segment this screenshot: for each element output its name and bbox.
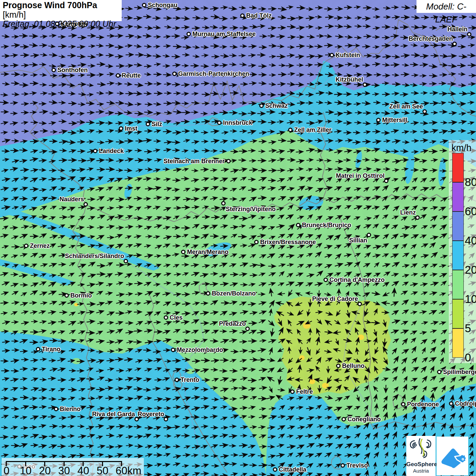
valid-time: Freitag, 01.08.2025 09:00 Uhr <box>3 19 119 29</box>
wind-forecast-map: SchongauBad TölzKemptenMurnau am Staffel… <box>0 0 476 476</box>
map-canvas <box>0 0 476 476</box>
legend-value-label: 5 <box>465 322 476 335</box>
geosphere-austria-logo: GeoSphere Austria <box>406 436 436 476</box>
scale-bar-label: 60km <box>116 465 141 476</box>
scale-bar-label: 20 <box>39 465 51 476</box>
legend-color-box <box>452 241 464 270</box>
legend-color-box <box>452 182 464 211</box>
mountain-cloud-icon <box>439 442 466 470</box>
legend-value-label: 80 <box>465 176 476 189</box>
legend-title: km/h <box>452 143 472 153</box>
scale-bar-label: 50 <box>97 465 108 476</box>
geosphere-contour-icon <box>406 436 436 460</box>
scale-bar-label: 0 <box>3 465 9 476</box>
title-box: Prognose Wind 700hPa [km/h] Freitag, 01.… <box>0 0 122 21</box>
legend-color-box <box>452 328 464 358</box>
scale-bar-label: 10 <box>20 465 31 476</box>
legend-value-label: 20 <box>465 264 476 276</box>
mountain-cloud-logo <box>437 437 468 475</box>
model-label: Modell: C-LAEF <box>417 0 476 13</box>
scale-bar-label: 40 <box>78 465 89 476</box>
legend-color-box <box>452 299 464 328</box>
geosphere-logo-subtext: Austria <box>406 468 436 474</box>
legend-value-label: 40 <box>465 234 476 247</box>
geosphere-logo-text: GeoSphere <box>406 461 436 468</box>
wind-speed-legend: km/h 806040201050 <box>449 140 476 363</box>
legend-color-box <box>452 211 464 241</box>
scale-bar-label: 30 <box>58 465 70 476</box>
legend-value-label: 10 <box>465 293 476 306</box>
legend-value-label: 0 <box>465 351 476 364</box>
page-title: Prognose Wind 700hPa [km/h] <box>3 1 119 19</box>
legend-color-box <box>452 270 464 299</box>
map-scale-bar: 0102030405060km <box>2 458 144 476</box>
legend-color-box <box>452 153 464 182</box>
legend-value-label: 60 <box>465 205 476 218</box>
